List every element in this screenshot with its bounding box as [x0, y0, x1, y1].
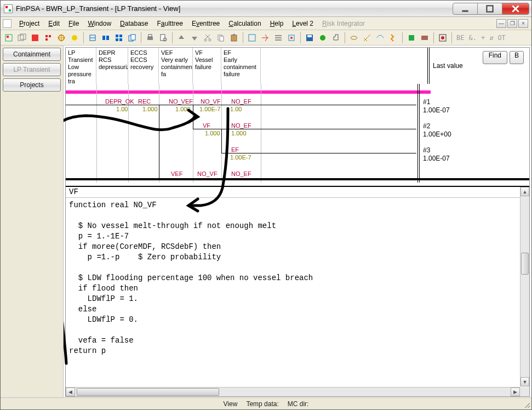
- scroll-up-icon[interactable]: ▲: [520, 187, 529, 196]
- tool-icon-g[interactable]: [348, 32, 360, 44]
- seq-2-val: 1.00E+00: [423, 130, 451, 138]
- svg-rect-24: [148, 35, 152, 37]
- branch-no-ef-1: NO_EF: [231, 98, 251, 105]
- mdi-close-button[interactable]: ×: [518, 19, 528, 28]
- branch-no-ef-lower: NO_EF: [231, 170, 251, 177]
- mdi-minimize-button[interactable]: —: [496, 19, 506, 28]
- tab-lp-transient[interactable]: LP Transient: [3, 63, 61, 76]
- tool-icon-l[interactable]: [419, 32, 431, 44]
- tool-preview-icon[interactable]: [157, 32, 169, 44]
- svg-point-49: [441, 36, 444, 39]
- tool-text-plus[interactable]: +: [479, 34, 487, 42]
- tool-down-icon[interactable]: [188, 32, 201, 44]
- tool-icon-10[interactable]: [126, 32, 138, 44]
- statusbar: View Temp data: MC dir:: [1, 397, 531, 409]
- svg-point-30: [209, 39, 211, 41]
- left-pane: Containment LP Transient Projects: [1, 45, 64, 398]
- app-icon: [4, 4, 13, 13]
- menu-database[interactable]: Database: [116, 18, 152, 29]
- tool-text-amp[interactable]: &.: [467, 34, 478, 42]
- tool-up-icon[interactable]: [175, 32, 187, 44]
- seq-3-val: 1.00E-07: [423, 155, 450, 162]
- tool-icon-5[interactable]: [55, 32, 67, 44]
- vertical-scrollbar[interactable]: ▲ ▼: [520, 187, 529, 386]
- tool-text-arrow[interactable]: ⇵: [488, 34, 495, 42]
- tool-print-icon[interactable]: [144, 32, 156, 44]
- svg-rect-46: [409, 35, 414, 41]
- svg-rect-20: [119, 38, 122, 41]
- event-tree-body[interactable]: DEPR_OK REC NO_VEF NO_VF NO_EF 1.00 1.00…: [66, 84, 529, 183]
- tool-icon-a[interactable]: [246, 32, 258, 44]
- svg-rect-5: [7, 36, 9, 38]
- tool-icon-9[interactable]: [113, 32, 125, 44]
- svg-rect-42: [307, 35, 312, 37]
- menu-edit[interactable]: Edit: [44, 18, 64, 29]
- tool-text-ot[interactable]: OT: [496, 34, 507, 42]
- status-view: View: [224, 400, 238, 408]
- menu-window[interactable]: Window: [83, 18, 116, 29]
- tool-icon-8[interactable]: [100, 32, 112, 44]
- tool-icon-1[interactable]: [3, 32, 15, 44]
- mdi-icon: [3, 19, 12, 28]
- menu-file[interactable]: File: [64, 18, 83, 29]
- tool-icon-6[interactable]: [68, 32, 81, 44]
- tool-icon-2[interactable]: [16, 32, 28, 44]
- tool-save-icon[interactable]: [304, 32, 316, 44]
- menu-faulttree[interactable]: Faulttree: [152, 18, 187, 29]
- window-title: FinPSA - BWR_LP_Transient - [LP Transien…: [16, 4, 453, 13]
- tool-text-be[interactable]: BE: [455, 34, 466, 42]
- code-tab-label[interactable]: VF: [66, 187, 529, 198]
- menu-risk-integrator[interactable]: Risk Integrator: [318, 18, 369, 29]
- tool-icon-h[interactable]: [361, 32, 373, 44]
- horizontal-scrollbar[interactable]: ◀ ▶: [66, 387, 520, 396]
- close-button[interactable]: [502, 3, 529, 15]
- tool-icon-j[interactable]: [387, 32, 399, 44]
- find-button[interactable]: Find: [483, 51, 507, 64]
- tab-projects[interactable]: Projects: [3, 78, 61, 92]
- tool-icon-c[interactable]: [272, 32, 284, 44]
- tool-icon-b[interactable]: [259, 32, 271, 44]
- tool-icon-3[interactable]: [29, 32, 41, 44]
- tool-paste-icon[interactable]: [228, 32, 240, 44]
- menu-project[interactable]: Project: [15, 18, 44, 29]
- svg-rect-19: [116, 38, 118, 41]
- branch-no-ef-2: NO_EF: [231, 122, 251, 129]
- mdi-restore-button[interactable]: ❐: [507, 19, 517, 28]
- minimize-button[interactable]: [453, 3, 478, 15]
- scroll-right-icon[interactable]: ▶: [511, 388, 520, 396]
- val-ef: 1.00E-7: [230, 154, 251, 161]
- tool-icon-7[interactable]: [87, 32, 99, 44]
- tool-cut-icon[interactable]: [202, 32, 214, 44]
- tool-copy-icon[interactable]: [215, 32, 227, 44]
- menu-level2[interactable]: Level 2: [288, 18, 318, 29]
- svg-rect-23: [147, 37, 153, 40]
- tool-flag-icon[interactable]: [437, 32, 449, 44]
- svg-line-44: [364, 35, 370, 41]
- menu-help[interactable]: Help: [266, 18, 288, 29]
- b-button[interactable]: B: [510, 51, 524, 64]
- code-editor[interactable]: function real NO_VF $ No vessel melt-thr…: [66, 198, 529, 396]
- scroll-thumb-v[interactable]: [521, 253, 529, 275]
- divider-bar: [66, 178, 529, 180]
- tool-icon-e[interactable]: [317, 32, 329, 44]
- tool-icon-f[interactable]: [330, 32, 342, 44]
- menu-eventtree[interactable]: Eventtree: [187, 18, 224, 29]
- tool-icon-4[interactable]: [42, 32, 54, 44]
- tool-icon-i[interactable]: [374, 32, 386, 44]
- resize-grip-icon[interactable]: [523, 401, 530, 408]
- tool-icon-d[interactable]: [285, 32, 298, 44]
- branch-ef: EF: [231, 146, 239, 153]
- maximize-button[interactable]: [477, 3, 502, 15]
- event-tree-header: LP TransientLow pressure tra DEPRRCS dep…: [66, 48, 529, 84]
- svg-rect-17: [116, 35, 118, 37]
- scroll-thumb-h[interactable]: [77, 388, 219, 396]
- scroll-down-icon[interactable]: ▼: [520, 377, 529, 386]
- svg-rect-34: [233, 34, 235, 36]
- scroll-left-icon[interactable]: ◀: [66, 388, 75, 396]
- tab-containment[interactable]: Containment: [3, 48, 61, 61]
- svg-point-43: [320, 35, 325, 41]
- tool-icon-k[interactable]: [405, 32, 417, 44]
- menu-calculation[interactable]: Calculation: [224, 18, 265, 29]
- branch-vf: VF: [203, 122, 210, 129]
- svg-rect-18: [119, 35, 122, 37]
